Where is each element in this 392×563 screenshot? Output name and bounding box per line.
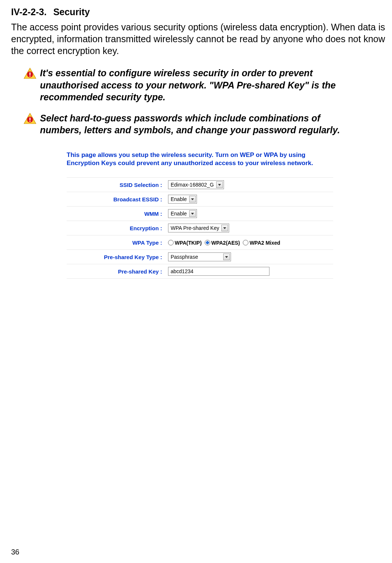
svg-marker-9 xyxy=(191,198,194,200)
callout-2: Select hard-to-guess passwords which inc… xyxy=(24,112,356,136)
radio-wpa2-mixed[interactable]: WPA2 Mixed xyxy=(243,240,280,246)
svg-marker-8 xyxy=(218,184,221,186)
svg-rect-6 xyxy=(30,117,31,120)
chevron-down-icon xyxy=(216,181,223,188)
keytype-select-value: Passphrase xyxy=(171,254,198,260)
intro-paragraph: The access point provides various securi… xyxy=(11,21,386,57)
wmm-select[interactable]: Enable xyxy=(168,209,197,218)
radio-icon xyxy=(168,240,174,245)
section-title: Security xyxy=(53,7,90,17)
radio-wpa-tkip[interactable]: WPA(TKIP) xyxy=(168,240,202,246)
warning-icon xyxy=(24,68,36,81)
ssid-select-value: Edimax-168802_G xyxy=(171,182,214,188)
radio-wpa2-aes[interactable]: WPA2(AES) xyxy=(205,240,240,246)
wmm-select-value: Enable xyxy=(171,211,187,217)
section-heading: IV-2-2-3.Security xyxy=(11,7,386,17)
svg-marker-11 xyxy=(223,227,226,229)
callout-text: Select hard-to-guess passwords which inc… xyxy=(40,112,356,136)
svg-marker-10 xyxy=(191,213,194,215)
form-intro: This page allows you setup the wireless … xyxy=(67,151,333,168)
radio-icon xyxy=(243,240,248,245)
label-encryption: Encryption : xyxy=(67,221,165,235)
chevron-down-icon xyxy=(189,210,196,217)
label-wpatype: WPA Type : xyxy=(67,235,165,250)
svg-point-3 xyxy=(29,76,30,77)
label-wmm: WMM : xyxy=(67,207,165,221)
svg-point-7 xyxy=(29,121,30,122)
radio-icon xyxy=(205,240,210,245)
callout-1: It's essential to configure wireless sec… xyxy=(24,67,356,103)
encryption-select-value: WPA Pre-shared Key xyxy=(171,225,219,231)
chevron-down-icon xyxy=(189,196,196,202)
security-form-table: SSID Selection : Edimax-168802_G Broadca… xyxy=(67,177,333,279)
broadcast-select[interactable]: Enable xyxy=(168,195,197,204)
svg-marker-12 xyxy=(225,256,228,258)
keytype-select[interactable]: Passphrase xyxy=(168,252,231,261)
chevron-down-icon xyxy=(223,254,230,260)
label-ssid: SSID Selection : xyxy=(67,178,165,192)
wpa-type-radiogroup: WPA(TKIP) WPA2(AES) WPA2 Mixed xyxy=(168,240,282,246)
warning-icon xyxy=(24,113,36,126)
section-number: IV-2-2-3. xyxy=(11,7,47,17)
label-keytype: Pre-shared Key Type : xyxy=(67,250,165,264)
broadcast-select-value: Enable xyxy=(171,196,187,202)
callout-text: It's essential to configure wireless sec… xyxy=(40,67,356,103)
svg-rect-2 xyxy=(30,73,31,76)
security-form-screenshot: This page allows you setup the wireless … xyxy=(67,151,333,279)
chevron-down-icon xyxy=(221,225,228,231)
preshared-key-input[interactable] xyxy=(168,267,269,276)
ssid-select[interactable]: Edimax-168802_G xyxy=(168,180,224,189)
label-key: Pre-shared Key : xyxy=(67,264,165,279)
label-broadcast: Broadcast ESSID : xyxy=(67,192,165,207)
encryption-select[interactable]: WPA Pre-shared Key xyxy=(168,224,229,232)
